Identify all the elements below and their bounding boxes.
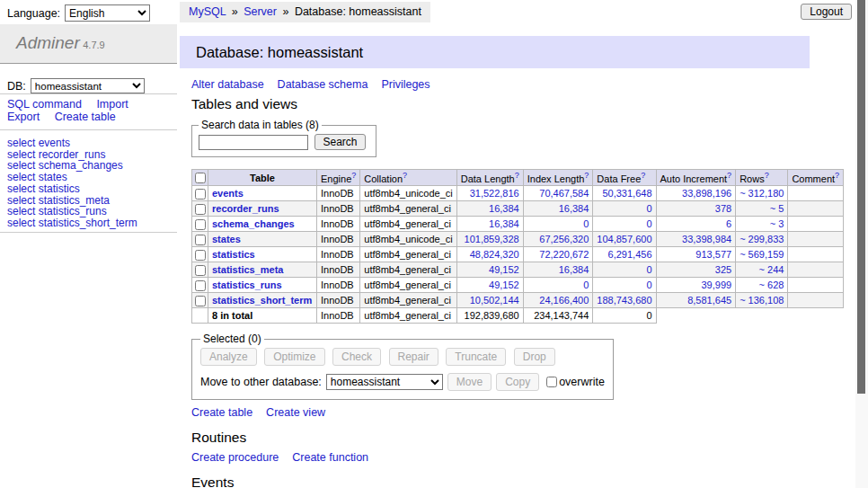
engine-cell: InnoDB: [317, 262, 360, 278]
breadcrumb-server-link[interactable]: Server: [244, 5, 277, 18]
help-link[interactable]: ?: [765, 171, 769, 180]
table-row: recorder_runs InnoDB utf8mb4_general_ci …: [192, 201, 844, 217]
comment-cell: [788, 293, 844, 308]
rows-cell: ~ 299,833: [736, 232, 788, 247]
data-free-cell: 0: [593, 201, 656, 217]
table-link-events[interactable]: events: [212, 188, 244, 199]
engine-cell: InnoDB: [317, 293, 360, 308]
table-total-row: 8 in total InnoDB utf8mb4_general_ci 192…: [192, 308, 844, 324]
row-checkbox[interactable]: [195, 204, 206, 215]
table-link-statistics-short-term[interactable]: statistics_short_term: [212, 295, 312, 306]
scrollbar[interactable]: [855, 0, 868, 488]
total-label: 8 in total: [208, 308, 317, 324]
comment-cell: [788, 262, 844, 278]
help-link[interactable]: ?: [641, 171, 645, 180]
database-schema-link[interactable]: Database schema: [278, 78, 368, 91]
engine-cell: InnoDB: [317, 247, 360, 262]
help-link[interactable]: ?: [515, 171, 519, 180]
overwrite-label: overwrite: [559, 376, 605, 388]
data-free-cell: 0: [593, 217, 656, 232]
data-length-cell: 16,384: [456, 217, 523, 232]
page-title: Database: homeassistant: [180, 36, 810, 68]
sidebar-sql-command-link[interactable]: SQL command: [7, 98, 82, 111]
auto-increment-cell: 33,898,196: [656, 186, 736, 201]
index-length-cell: 0: [523, 217, 593, 232]
column-header-collation: Collation?: [360, 170, 456, 186]
rows-cell: ~ 628: [736, 278, 788, 293]
scrollbar-thumb[interactable]: [857, 0, 865, 394]
row-checkbox[interactable]: [195, 265, 206, 276]
table-link-schema-changes[interactable]: schema_changes: [212, 218, 295, 229]
search-input[interactable]: [199, 135, 308, 150]
events-heading: Events: [191, 475, 234, 488]
rows-cell: ~ 5: [736, 201, 788, 217]
total-engine: InnoDB: [317, 308, 360, 324]
sidebar-item-select-states[interactable]: select states: [7, 172, 137, 183]
auto-increment-cell: 6: [656, 217, 736, 232]
rows-cell: ~ 136,108: [736, 293, 788, 308]
row-checkbox[interactable]: [195, 280, 206, 291]
help-link[interactable]: ?: [403, 171, 407, 180]
help-link[interactable]: ?: [584, 171, 589, 180]
collation-cell: utf8mb4_general_ci: [360, 293, 456, 308]
table-link-statistics[interactable]: statistics: [212, 249, 255, 260]
table-link-statistics-runs[interactable]: statistics_runs: [212, 279, 282, 290]
create-table-link[interactable]: Create table: [191, 406, 252, 419]
overwrite-checkbox[interactable]: [546, 377, 557, 387]
table-link-recorder-runs[interactable]: recorder_runs: [212, 203, 279, 214]
sidebar-create-table-link[interactable]: Create table: [55, 111, 116, 123]
sidebar-import-link[interactable]: Import: [96, 98, 128, 111]
help-link[interactable]: ?: [835, 171, 839, 180]
search-button[interactable]: Search: [314, 134, 365, 150]
move-database-select[interactable]: homeassistant: [326, 374, 443, 390]
sidebar-export-link[interactable]: Export: [7, 111, 40, 123]
table-link-states[interactable]: states: [212, 234, 241, 244]
create-procedure-link[interactable]: Create procedure: [191, 451, 279, 464]
column-header-table: Table: [208, 170, 317, 186]
analyze-button: Analyze: [200, 348, 257, 366]
row-checkbox[interactable]: [195, 296, 206, 306]
tables-and-views-heading: Tables and views: [191, 96, 297, 112]
help-link[interactable]: ?: [351, 171, 356, 180]
app-header: Adminer 4.7.9: [0, 24, 177, 64]
privileges-link[interactable]: Privileges: [381, 78, 430, 91]
optimize-button: Optimize: [264, 348, 324, 366]
table-row: statistics_meta InnoDB utf8mb4_general_c…: [192, 262, 844, 278]
column-header-data-length: Data Length?: [456, 170, 523, 186]
help-link[interactable]: ?: [727, 171, 731, 180]
create-function-link[interactable]: Create function: [292, 451, 368, 464]
table-row: schema_changes InnoDB utf8mb4_general_ci…: [192, 217, 844, 232]
table-row: statistics_runs InnoDB utf8mb4_general_c…: [192, 278, 844, 293]
data-length-cell: 48,824,320: [456, 247, 523, 262]
search-fieldset: Search data in tables (8) Search: [191, 119, 376, 157]
breadcrumb-mysql-link[interactable]: MySQL: [189, 5, 226, 18]
drop-button: Drop: [514, 348, 555, 366]
row-checkbox[interactable]: [195, 189, 206, 200]
logout-button[interactable]: Logout: [801, 4, 852, 20]
repair-button: Repair: [389, 348, 438, 366]
row-checkbox[interactable]: [195, 235, 206, 245]
data-free-cell: 0: [593, 262, 656, 278]
row-checkbox[interactable]: [195, 219, 206, 230]
row-checkbox[interactable]: [195, 250, 206, 261]
breadcrumb-separator: »: [282, 5, 288, 18]
create-links: Create table Create view: [191, 406, 325, 419]
breadcrumb-separator: »: [232, 5, 238, 18]
data-length-cell: 16,384: [456, 201, 523, 217]
copy-button: Copy: [496, 373, 539, 391]
total-data-free: 0: [593, 308, 656, 324]
engine-cell: InnoDB: [317, 201, 360, 217]
alter-database-link[interactable]: Alter database: [191, 78, 264, 91]
language-select[interactable]: English: [65, 4, 150, 22]
table-link-statistics-meta[interactable]: statistics_meta: [212, 264, 284, 275]
db-select[interactable]: homeassistant: [31, 78, 145, 93]
column-header-engine: Engine?: [317, 170, 360, 186]
sidebar-item-select-statistics-short-term[interactable]: select statistics_short_term: [7, 217, 137, 229]
sidebar-item-select-events[interactable]: select events: [7, 138, 137, 149]
routine-links: Create procedure Create function: [191, 451, 368, 464]
sidebar-item-select-statistics[interactable]: select statistics: [7, 183, 137, 195]
select-all-checkbox[interactable]: [195, 173, 206, 183]
database-links: Alter database Database schema Privilege…: [191, 78, 430, 91]
engine-cell: InnoDB: [317, 232, 360, 247]
create-view-link[interactable]: Create view: [266, 406, 325, 419]
